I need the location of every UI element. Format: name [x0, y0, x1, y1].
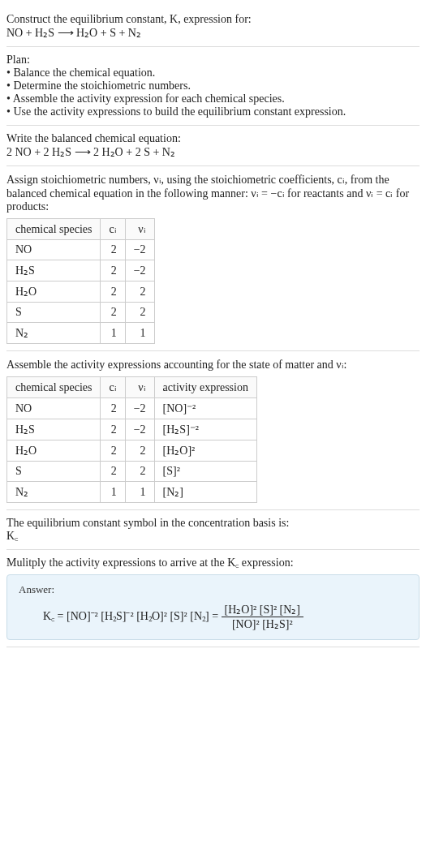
balanced-equation: 2 NO + 2 H₂S ⟶ 2 H₂O + 2 S + N₂ [6, 145, 420, 159]
symbol-title: The equilibrium constant symbol in the c… [6, 517, 420, 530]
answer-box: Answer: K꜀ = [NO]⁻² [H₂S]⁻² [H₂O]² [S]² … [6, 574, 420, 640]
construct-title: Construct the equilibrium constant, K, e… [6, 13, 420, 26]
cell-species: H₂S [7, 419, 101, 440]
table-row: chemical species cᵢ νᵢ [7, 219, 155, 240]
cell-ci: 2 [101, 240, 125, 260]
cell-vi: 2 [125, 303, 154, 323]
table-row: S 2 2 [S]² [7, 462, 257, 482]
cell-species: S [7, 303, 101, 323]
plan-bullet-3: • Assemble the activity expression for e… [6, 92, 420, 105]
col-species: chemical species [7, 219, 101, 240]
col-ci: cᵢ [101, 219, 125, 240]
kc-denominator: [NO]² [H₂S]² [222, 617, 303, 631]
cell-activity: [H₂S]⁻² [154, 419, 256, 440]
col-vi: νᵢ [125, 377, 154, 398]
cell-ci: 2 [101, 260, 125, 281]
section-activity: Assemble the activity expressions accoun… [6, 351, 420, 510]
cell-vi: 2 [125, 462, 154, 482]
section-multiply: Mulitply the activity expressions to arr… [6, 550, 420, 647]
kc-fraction: [H₂O]² [S]² [N₂] [NO]² [H₂S]² [222, 603, 303, 631]
plan-bullet-4: • Use the activity expressions to build … [6, 105, 420, 118]
table-row: H₂O 2 2 [7, 281, 155, 303]
cell-activity: [H₂O]² [154, 440, 256, 462]
cell-species: N₂ [7, 323, 101, 344]
cell-ci: 2 [101, 303, 125, 323]
cell-activity: [S]² [154, 462, 256, 482]
kc-lhs: K꜀ = [NO]⁻² [H₂S]⁻² [H₂O]² [S]² [N₂] = [43, 610, 222, 622]
cell-vi: −2 [125, 398, 154, 419]
table-row: NO 2 −2 [7, 240, 155, 260]
cell-ci: 1 [101, 323, 125, 344]
cell-activity: [NO]⁻² [154, 398, 256, 419]
col-ci: cᵢ [101, 377, 125, 398]
section-plan: Plan: • Balance the chemical equation. •… [6, 47, 420, 126]
cell-vi: −2 [125, 260, 154, 281]
cell-species: S [7, 462, 101, 482]
stoich-title: Assign stoichiometric numbers, νᵢ, using… [6, 173, 420, 213]
cell-vi: 2 [125, 281, 154, 303]
kc-numerator: [H₂O]² [S]² [N₂] [222, 603, 303, 617]
table-row: N₂ 1 1 [7, 323, 155, 344]
stoich-table: chemical species cᵢ νᵢ NO 2 −2 H₂S 2 −2 … [6, 218, 155, 344]
section-construct: Construct the equilibrium constant, K, e… [6, 6, 420, 47]
kc-expression: K꜀ = [NO]⁻² [H₂S]⁻² [H₂O]² [S]² [N₂] = [… [43, 603, 407, 631]
section-stoichiometric: Assign stoichiometric numbers, νᵢ, using… [6, 166, 420, 351]
cell-activity: [N₂] [154, 482, 256, 503]
cell-species: H₂S [7, 260, 101, 281]
cell-ci: 2 [101, 462, 125, 482]
cell-vi: −2 [125, 419, 154, 440]
cell-vi: 2 [125, 440, 154, 462]
table-row: N₂ 1 1 [N₂] [7, 482, 257, 503]
table-row: H₂O 2 2 [H₂O]² [7, 440, 257, 462]
cell-vi: −2 [125, 240, 154, 260]
cell-species: NO [7, 398, 101, 419]
cell-ci: 1 [101, 482, 125, 503]
table-row: H₂S 2 −2 [7, 260, 155, 281]
activity-title: Assemble the activity expressions accoun… [6, 358, 420, 372]
plan-title: Plan: [6, 54, 420, 67]
col-species: chemical species [7, 377, 101, 398]
table-row: chemical species cᵢ νᵢ activity expressi… [7, 377, 257, 398]
cell-species: H₂O [7, 281, 101, 303]
kc-symbol: K꜀ [6, 530, 420, 543]
plan-bullet-2: • Determine the stoichiometric numbers. [6, 79, 420, 92]
cell-ci: 2 [101, 440, 125, 462]
table-row: H₂S 2 −2 [H₂S]⁻² [7, 419, 257, 440]
col-activity: activity expression [154, 377, 256, 398]
table-row: S 2 2 [7, 303, 155, 323]
cell-ci: 2 [101, 281, 125, 303]
col-vi: νᵢ [125, 219, 154, 240]
balanced-title: Write the balanced chemical equation: [6, 132, 420, 145]
cell-species: NO [7, 240, 101, 260]
activity-table: chemical species cᵢ νᵢ activity expressi… [6, 376, 257, 503]
cell-species: H₂O [7, 440, 101, 462]
section-symbol: The equilibrium constant symbol in the c… [6, 510, 420, 550]
cell-ci: 2 [101, 398, 125, 419]
cell-species: N₂ [7, 482, 101, 503]
cell-vi: 1 [125, 482, 154, 503]
multiply-title: Mulitply the activity expressions to arr… [6, 556, 420, 569]
plan-bullet-1: • Balance the chemical equation. [6, 67, 420, 79]
answer-label: Answer: [19, 583, 407, 596]
unbalanced-equation: NO + H₂S ⟶ H₂O + S + N₂ [6, 26, 420, 40]
table-row: NO 2 −2 [NO]⁻² [7, 398, 257, 419]
cell-vi: 1 [125, 323, 154, 344]
section-balanced: Write the balanced chemical equation: 2 … [6, 126, 420, 166]
cell-ci: 2 [101, 419, 125, 440]
